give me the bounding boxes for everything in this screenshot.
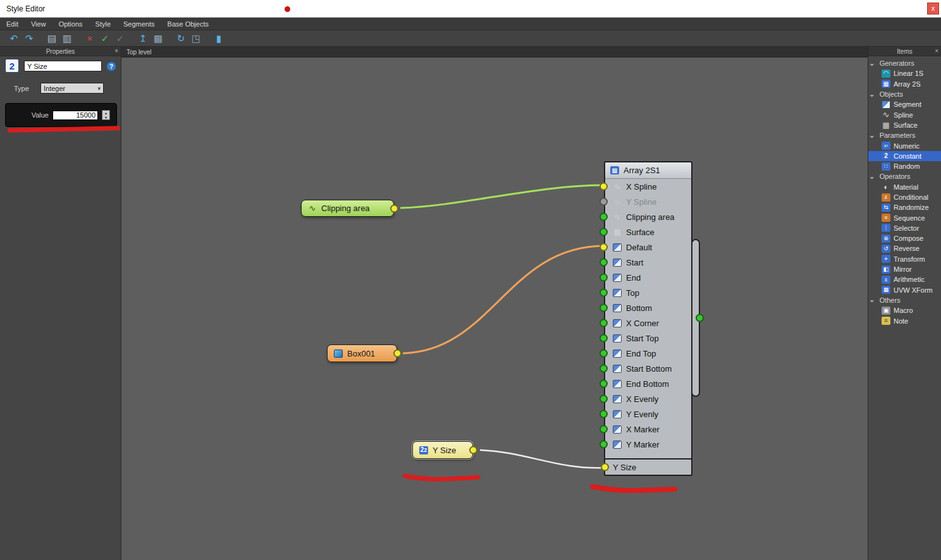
input-port[interactable]: [600, 319, 608, 327]
redo-icon: ↷: [25, 33, 34, 44]
tree-label: Conditional: [894, 193, 928, 201]
input-port[interactable]: [600, 274, 608, 282]
menu-item[interactable]: Options: [52, 18, 89, 30]
input-port[interactable]: [600, 380, 608, 388]
wire-ysize-to-ysize[interactable]: [480, 450, 604, 468]
tree-row[interactable]: Numeric: [868, 140, 941, 150]
tree-row[interactable]: Material: [868, 182, 941, 192]
panel-close-icon[interactable]: ×: [114, 47, 118, 54]
input-port[interactable]: [600, 410, 608, 418]
tree-label: Linear 1S: [894, 70, 923, 77]
array-input-row: Y Evenly: [605, 406, 691, 422]
input-label: Top: [626, 288, 639, 298]
tree-row[interactable]: Sequence: [868, 212, 941, 222]
window-close-button[interactable]: x: [927, 3, 939, 15]
input-port[interactable]: [601, 463, 609, 472]
tree-row[interactable]: Random: [868, 161, 941, 171]
box-icon: [334, 350, 343, 358]
array-output-capsule[interactable]: [691, 239, 700, 397]
toolbar-button[interactable]: ↶: [6, 32, 22, 45]
tree-row[interactable]: Segment: [868, 99, 941, 109]
tree-row[interactable]: Compose: [868, 233, 941, 243]
input-port[interactable]: [600, 425, 608, 434]
clipping-area-node[interactable]: Clipping area: [301, 200, 394, 217]
tree-row[interactable]: Linear 1S: [868, 68, 941, 78]
toolbar-button[interactable]: ◳: [188, 32, 204, 45]
menu-item[interactable]: Segments: [117, 18, 161, 30]
input-port[interactable]: [600, 395, 608, 403]
tree-row[interactable]: Note: [868, 315, 941, 326]
tree-row[interactable]: Mirror: [868, 264, 941, 274]
input-port[interactable]: [600, 350, 608, 358]
toolbar-button[interactable]: ✓: [113, 32, 128, 45]
tree-row[interactable]: Parameters: [868, 130, 941, 140]
spinner-up-icon[interactable]: ▴: [102, 111, 109, 115]
wire-clipping-to-xspline[interactable]: [400, 185, 604, 208]
help-icon[interactable]: ?: [107, 62, 116, 71]
toolbar-button[interactable]: ↻: [173, 32, 188, 45]
value-group: Value ▴▾: [5, 103, 117, 127]
input-port[interactable]: [600, 441, 608, 449]
input-port[interactable]: [600, 243, 608, 252]
menu-item[interactable]: Edit: [0, 18, 25, 30]
toolbar-button[interactable]: ▮: [211, 32, 226, 45]
tree-row[interactable]: Others: [868, 295, 941, 305]
toolbar-button[interactable]: ▤: [44, 32, 59, 45]
input-port[interactable]: [600, 213, 608, 221]
output-port[interactable]: [696, 314, 704, 322]
type-label: Type: [14, 85, 29, 92]
input-port[interactable]: [600, 259, 608, 267]
type-select[interactable]: Integer ▾: [40, 83, 104, 94]
level-tab[interactable]: Top level: [126, 49, 151, 56]
tree-row[interactable]: UVW XForm: [868, 285, 941, 295]
parameter-name-input[interactable]: [24, 61, 102, 71]
menu-item[interactable]: View: [25, 18, 52, 30]
spinner-down-icon[interactable]: ▾: [102, 115, 109, 119]
input-port[interactable]: [600, 365, 608, 373]
input-port[interactable]: [600, 304, 608, 312]
output-port[interactable]: [393, 350, 402, 358]
input-port[interactable]: [600, 198, 608, 206]
toolbar-button[interactable]: ▦: [151, 32, 166, 45]
tree-row[interactable]: Array 2S: [868, 79, 941, 89]
output-port[interactable]: [469, 446, 477, 454]
input-port[interactable]: [600, 228, 608, 236]
tree-label: Operators: [880, 173, 911, 180]
panel-close-icon[interactable]: ×: [935, 47, 938, 54]
node-graph-canvas[interactable]: Top level Clipping area Box001 2 Y Size …: [121, 47, 868, 560]
input-port[interactable]: [600, 289, 608, 297]
toolbar-button[interactable]: ↷: [22, 32, 37, 45]
tree-row[interactable]: Conditional: [868, 192, 941, 202]
toolbar-button[interactable]: ×: [82, 32, 97, 45]
tree-row[interactable]: Randomize: [868, 202, 941, 212]
tree-row[interactable]: Objects: [868, 89, 941, 99]
output-port[interactable]: [390, 204, 398, 212]
tree-row[interactable]: Generators: [868, 58, 941, 68]
tree-row[interactable]: Reverse: [868, 243, 941, 253]
input-port[interactable]: [600, 183, 608, 191]
box001-node[interactable]: Box001: [327, 344, 397, 362]
value-input[interactable]: [52, 111, 98, 120]
array-generator-node[interactable]: Array 2S1 X Spline Y Spline: [604, 161, 692, 476]
ysize-constant-node[interactable]: 2 Y Size: [412, 441, 473, 459]
input-port[interactable]: [600, 334, 608, 343]
input-label: Clipping area: [626, 212, 675, 222]
toolbar-button[interactable]: ▥: [59, 32, 75, 45]
tree-row[interactable]: Constant: [868, 151, 941, 161]
tree-row[interactable]: Selector: [868, 223, 941, 233]
tree-row[interactable]: Spline: [868, 109, 941, 119]
menu-item[interactable]: Style: [89, 18, 117, 30]
toolbar-button[interactable]: ✓: [97, 32, 113, 45]
tree-row[interactable]: Transform: [868, 254, 941, 264]
input-label: Y Evenly: [626, 410, 658, 419]
arrange-grid-icon: ▦: [154, 33, 163, 44]
wire-box-to-default[interactable]: [403, 246, 604, 353]
array-node-header[interactable]: Array 2S1: [605, 162, 691, 179]
segment-icon: [613, 289, 622, 297]
tree-row[interactable]: Operators: [868, 171, 941, 181]
menu-item[interactable]: Base Objects: [161, 18, 215, 30]
toolbar-button[interactable]: ↥: [135, 32, 151, 45]
tree-row[interactable]: Arithmetic: [868, 274, 941, 284]
tree-row[interactable]: Macro: [868, 305, 941, 315]
tree-row[interactable]: Surface: [868, 120, 941, 130]
